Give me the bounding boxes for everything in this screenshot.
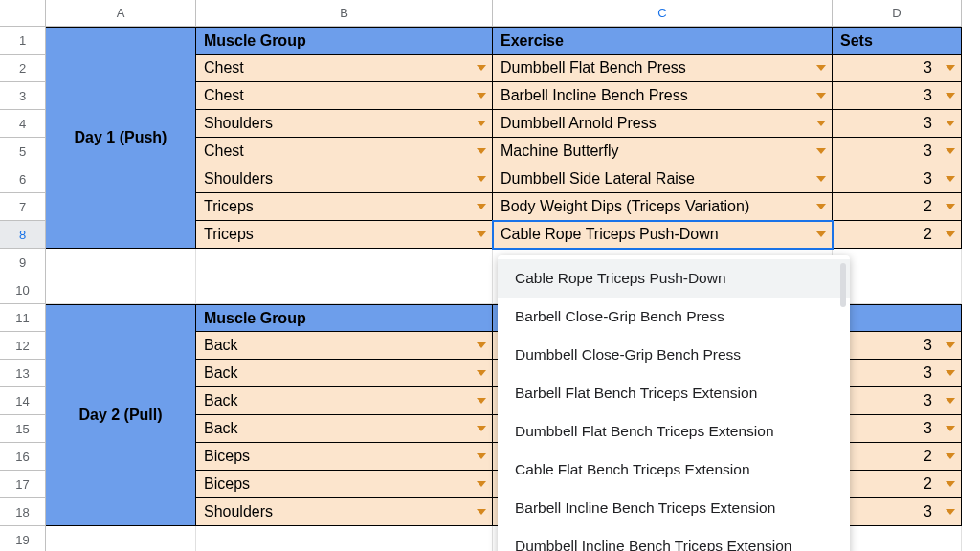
row-header-1[interactable]: 1 <box>0 27 46 55</box>
day2-label-cell[interactable]: Day 2 (Pull) <box>46 304 196 526</box>
dropdown-option[interactable]: Barbell Flat Bench Triceps Extension <box>498 374 850 412</box>
dropdown-option[interactable]: Cable Rope Triceps Push-Down <box>498 259 850 298</box>
cell-B16-muscle[interactable]: Biceps <box>196 443 493 471</box>
cell-D19[interactable] <box>833 526 962 551</box>
row-header-12[interactable]: 12 <box>0 332 46 360</box>
row-header-8[interactable]: 8 <box>0 221 46 249</box>
cell-D12-sets[interactable]: 3 <box>833 332 962 360</box>
chevron-down-icon[interactable] <box>477 121 486 126</box>
chevron-down-icon[interactable] <box>946 481 955 487</box>
row-header-13[interactable]: 13 <box>0 360 46 387</box>
cell-B15-muscle[interactable]: Back <box>196 415 493 443</box>
cell-B4-muscle[interactable]: Shoulders <box>196 110 493 138</box>
chevron-down-icon[interactable] <box>946 426 955 431</box>
row-header-17[interactable]: 17 <box>0 471 46 498</box>
chevron-down-icon[interactable] <box>477 509 486 515</box>
cell-C6-exercise[interactable]: Dumbbell Side Lateral Raise <box>493 165 833 193</box>
cell-B3-muscle[interactable]: Chest <box>196 82 493 110</box>
cell-C7-exercise[interactable]: Body Weight Dips (Triceps Variation) <box>493 193 833 221</box>
cell-C8-exercise[interactable]: Cable Rope Triceps Push-Down <box>493 221 833 249</box>
row-header-5[interactable]: 5 <box>0 138 46 165</box>
chevron-down-icon[interactable] <box>816 148 826 154</box>
cell-D16-sets[interactable]: 2 <box>833 443 962 471</box>
day1-label-cell[interactable]: Day 1 (Push) <box>46 27 196 249</box>
cell-D17-sets[interactable]: 2 <box>833 471 962 498</box>
cell-D13-sets[interactable]: 3 <box>833 360 962 387</box>
cell-A10[interactable] <box>46 276 196 304</box>
row-header-15[interactable]: 15 <box>0 415 46 443</box>
header-sets-1[interactable]: Sets <box>833 27 962 55</box>
cell-B19[interactable] <box>196 526 493 551</box>
row-header-7[interactable]: 7 <box>0 193 46 221</box>
header-muscle-2[interactable]: Muscle Group <box>196 304 493 332</box>
chevron-down-icon[interactable] <box>946 342 955 348</box>
header-exercise-1[interactable]: Exercise <box>493 27 833 55</box>
chevron-down-icon[interactable] <box>477 65 486 71</box>
chevron-down-icon[interactable] <box>477 426 486 431</box>
row-header-14[interactable]: 14 <box>0 387 46 415</box>
chevron-down-icon[interactable] <box>946 176 955 182</box>
chevron-down-icon[interactable] <box>946 204 955 209</box>
select-all-corner[interactable] <box>0 0 46 27</box>
row-header-3[interactable]: 3 <box>0 82 46 110</box>
chevron-down-icon[interactable] <box>477 176 486 182</box>
dropdown-option[interactable]: Barbell Incline Bench Triceps Extension <box>498 489 850 527</box>
cell-B14-muscle[interactable]: Back <box>196 387 493 415</box>
dropdown-option[interactable]: Dumbbell Close-Grip Bench Press <box>498 336 850 374</box>
col-header-B[interactable]: B <box>196 0 493 27</box>
cell-B10[interactable] <box>196 276 493 304</box>
chevron-down-icon[interactable] <box>816 176 826 182</box>
chevron-down-icon[interactable] <box>946 370 955 376</box>
cell-B17-muscle[interactable]: Biceps <box>196 471 493 498</box>
cell-D8-sets[interactable]: 2 <box>833 221 962 249</box>
row-header-19[interactable]: 19 <box>0 526 46 551</box>
dropdown-option[interactable]: Cable Flat Bench Triceps Extension <box>498 451 850 489</box>
chevron-down-icon[interactable] <box>477 342 486 348</box>
chevron-down-icon[interactable] <box>946 398 955 404</box>
cell-B8-muscle[interactable]: Triceps <box>196 221 493 249</box>
cell-D9[interactable] <box>833 249 962 276</box>
dropdown-option[interactable]: Dumbbell Incline Bench Triceps Extension <box>498 527 850 551</box>
cell-C4-exercise[interactable]: Dumbbell Arnold Press <box>493 110 833 138</box>
cell-D10[interactable] <box>833 276 962 304</box>
cell-C5-exercise[interactable]: Machine Butterfly <box>493 138 833 165</box>
row-header-2[interactable]: 2 <box>0 55 46 82</box>
chevron-down-icon[interactable] <box>477 481 486 487</box>
col-header-A[interactable]: A <box>46 0 196 27</box>
cell-D14-sets[interactable]: 3 <box>833 387 962 415</box>
chevron-down-icon[interactable] <box>816 121 826 126</box>
row-header-11[interactable]: 11 <box>0 304 46 332</box>
cell-B5-muscle[interactable]: Chest <box>196 138 493 165</box>
cell-A9[interactable] <box>46 249 196 276</box>
dropdown-option[interactable]: Dumbbell Flat Bench Triceps Extension <box>498 412 850 451</box>
cell-B12-muscle[interactable]: Back <box>196 332 493 360</box>
chevron-down-icon[interactable] <box>946 231 955 237</box>
chevron-down-icon[interactable] <box>946 509 955 515</box>
chevron-down-icon[interactable] <box>946 453 955 459</box>
chevron-down-icon[interactable] <box>477 453 486 459</box>
chevron-down-icon[interactable] <box>946 93 955 99</box>
cell-C3-exercise[interactable]: Barbell Incline Bench Press <box>493 82 833 110</box>
chevron-down-icon[interactable] <box>477 93 486 99</box>
chevron-down-icon[interactable] <box>477 148 486 154</box>
cell-C2-exercise[interactable]: Dumbbell Flat Bench Press <box>493 55 833 82</box>
chevron-down-icon[interactable] <box>477 231 486 237</box>
cell-D18-sets[interactable]: 3 <box>833 498 962 526</box>
cell-D3-sets[interactable]: 3 <box>833 82 962 110</box>
row-header-18[interactable]: 18 <box>0 498 46 526</box>
dropdown-option[interactable]: Barbell Close-Grip Bench Press <box>498 298 850 336</box>
cell-A19[interactable] <box>46 526 196 551</box>
cell-B6-muscle[interactable]: Shoulders <box>196 165 493 193</box>
chevron-down-icon[interactable] <box>477 370 486 376</box>
chevron-down-icon[interactable] <box>816 204 826 209</box>
cell-D7-sets[interactable]: 2 <box>833 193 962 221</box>
cell-D2-sets[interactable]: 3 <box>833 55 962 82</box>
cell-D5-sets[interactable]: 3 <box>833 138 962 165</box>
cell-B9[interactable] <box>196 249 493 276</box>
chevron-down-icon[interactable] <box>816 231 826 237</box>
chevron-down-icon[interactable] <box>477 398 486 404</box>
cell-B13-muscle[interactable]: Back <box>196 360 493 387</box>
chevron-down-icon[interactable] <box>946 148 955 154</box>
cell-B2-muscle[interactable]: Chest <box>196 55 493 82</box>
cell-D15-sets[interactable]: 3 <box>833 415 962 443</box>
